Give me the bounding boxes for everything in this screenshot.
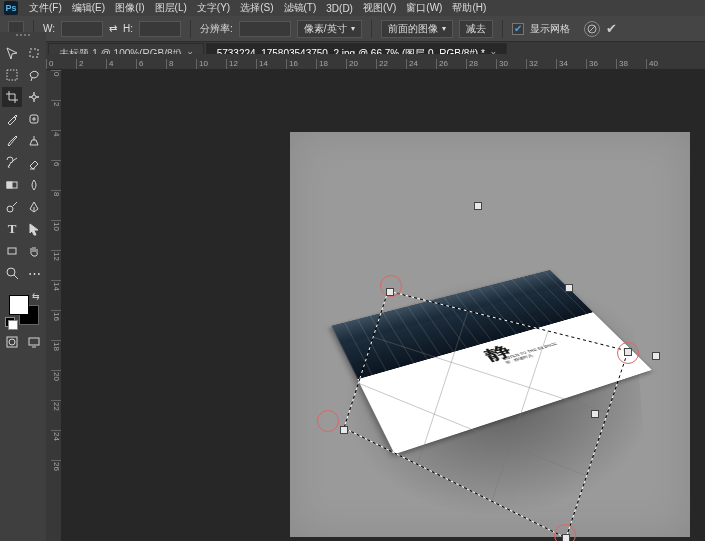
svg-point-10 bbox=[7, 268, 15, 276]
resolution-input[interactable] bbox=[239, 21, 291, 37]
reduce-noise-button[interactable]: 减去 bbox=[459, 20, 493, 38]
units-label: 像素/英寸 bbox=[304, 22, 347, 36]
menu-select[interactable]: 选择(S) bbox=[235, 1, 278, 15]
crop-tool[interactable] bbox=[2, 87, 22, 107]
height-label: H: bbox=[123, 23, 133, 34]
handle-bl[interactable] bbox=[340, 426, 348, 434]
chevron-down-icon: ▾ bbox=[351, 24, 355, 33]
menu-window[interactable]: 窗口(W) bbox=[401, 1, 447, 15]
units-dropdown[interactable]: 像素/英寸 ▾ bbox=[297, 20, 362, 38]
path-select-tool[interactable] bbox=[24, 219, 44, 239]
handle-bm[interactable] bbox=[591, 410, 599, 418]
dodge-tool[interactable] bbox=[2, 197, 22, 217]
show-grid-checkbox[interactable]: ✔ bbox=[512, 23, 524, 35]
rotate-ring-br[interactable] bbox=[317, 410, 339, 432]
zoom-tool[interactable] bbox=[2, 263, 22, 283]
show-grid-label: 显示网格 bbox=[530, 22, 570, 36]
marquee-tool[interactable] bbox=[2, 65, 22, 85]
svg-point-4 bbox=[32, 95, 36, 99]
handle-tr[interactable] bbox=[624, 348, 632, 356]
gradient-tool[interactable] bbox=[2, 175, 22, 195]
commit-crop-button[interactable]: ✔ bbox=[606, 21, 617, 36]
svg-rect-9 bbox=[8, 248, 16, 254]
ruler-horizontal[interactable]: 02 46 810 1214 1618 2022 2426 2830 3234 … bbox=[46, 54, 705, 70]
separator bbox=[371, 20, 372, 38]
svg-line-1 bbox=[589, 26, 595, 32]
menu-image[interactable]: 图像(I) bbox=[110, 1, 149, 15]
handle-tl[interactable] bbox=[386, 288, 394, 296]
edit-toolbar[interactable]: ⋯ bbox=[24, 263, 44, 283]
color-swatches: ⇆ bbox=[5, 291, 41, 327]
link-icon[interactable]: ⇄ bbox=[109, 23, 117, 34]
menu-bar: Ps 文件(F) 编辑(E) 图像(I) 图层(L) 文字(Y) 选择(S) 滤… bbox=[0, 0, 705, 16]
move-tool[interactable] bbox=[2, 43, 22, 63]
default-colors-icon[interactable] bbox=[5, 317, 15, 327]
cancel-crop-button[interactable] bbox=[584, 21, 600, 37]
artboard-tool[interactable] bbox=[24, 43, 44, 63]
blur-tool[interactable] bbox=[24, 175, 44, 195]
ruler-vertical[interactable]: 02 46 810 1214 1618 2022 2426 bbox=[46, 70, 62, 541]
menu-edit[interactable]: 编辑(E) bbox=[67, 1, 110, 15]
handle-br[interactable] bbox=[562, 534, 570, 541]
svg-rect-13 bbox=[29, 338, 39, 345]
menu-filter[interactable]: 滤镜(T) bbox=[279, 1, 322, 15]
ps-logo-icon: Ps bbox=[4, 1, 18, 15]
pen-tool[interactable] bbox=[24, 197, 44, 217]
clone-stamp-tool[interactable] bbox=[24, 131, 44, 151]
type-tool[interactable]: T bbox=[2, 219, 22, 239]
reduce-noise-label: 减去 bbox=[466, 22, 486, 36]
eyedropper-tool[interactable] bbox=[2, 109, 22, 129]
separator bbox=[190, 20, 191, 38]
svg-rect-2 bbox=[30, 49, 38, 57]
history-brush-tool[interactable] bbox=[2, 153, 22, 173]
swap-colors-icon[interactable]: ⇆ bbox=[32, 291, 40, 301]
canvas-stage[interactable]: 静 LISTEN TO THE SILENCE 听 · 静谧时光 bbox=[62, 70, 705, 541]
resolution-label: 分辨率: bbox=[200, 22, 233, 36]
svg-point-12 bbox=[9, 339, 15, 345]
handle-tm[interactable] bbox=[474, 202, 482, 210]
handle-mr[interactable] bbox=[565, 284, 573, 292]
eraser-tool[interactable] bbox=[24, 153, 44, 173]
chevron-down-icon: ▾ bbox=[442, 24, 446, 33]
menu-layer[interactable]: 图层(L) bbox=[150, 1, 192, 15]
screenmode-icon[interactable] bbox=[25, 333, 43, 351]
options-bar: W: ⇄ H: 分辨率: 像素/英寸 ▾ 前面的图像 ▾ 减去 ✔ 显示网格 ✔ bbox=[0, 16, 705, 42]
height-input[interactable] bbox=[139, 21, 181, 37]
menu-3d[interactable]: 3D(D) bbox=[321, 3, 358, 14]
handle-ml[interactable] bbox=[652, 352, 660, 360]
menu-view[interactable]: 视图(V) bbox=[358, 1, 401, 15]
svg-rect-7 bbox=[7, 182, 12, 188]
quickmask-icon[interactable] bbox=[3, 333, 21, 351]
spot-heal-tool[interactable] bbox=[24, 109, 44, 129]
document-canvas[interactable]: 静 LISTEN TO THE SILENCE 听 · 静谧时光 bbox=[290, 132, 690, 537]
interpolation-dropdown[interactable]: 前面的图像 ▾ bbox=[381, 20, 453, 38]
rectangle-tool[interactable] bbox=[2, 241, 22, 261]
svg-rect-3 bbox=[7, 70, 17, 80]
frame-tool[interactable] bbox=[24, 87, 44, 107]
menu-type[interactable]: 文字(Y) bbox=[192, 1, 235, 15]
brush-tool[interactable] bbox=[2, 131, 22, 151]
svg-point-8 bbox=[7, 206, 13, 212]
panel-grip[interactable] bbox=[4, 34, 42, 40]
lasso-tool[interactable] bbox=[24, 65, 44, 85]
fg-color-swatch[interactable] bbox=[9, 295, 29, 315]
interpolation-label: 前面的图像 bbox=[388, 22, 438, 36]
menu-file[interactable]: 文件(F) bbox=[24, 1, 67, 15]
tools-panel: T ⋯ ⇆ bbox=[0, 32, 46, 541]
width-input[interactable] bbox=[61, 21, 103, 37]
hand-tool[interactable] bbox=[24, 241, 44, 261]
separator bbox=[502, 20, 503, 38]
menu-help[interactable]: 帮助(H) bbox=[447, 1, 491, 15]
